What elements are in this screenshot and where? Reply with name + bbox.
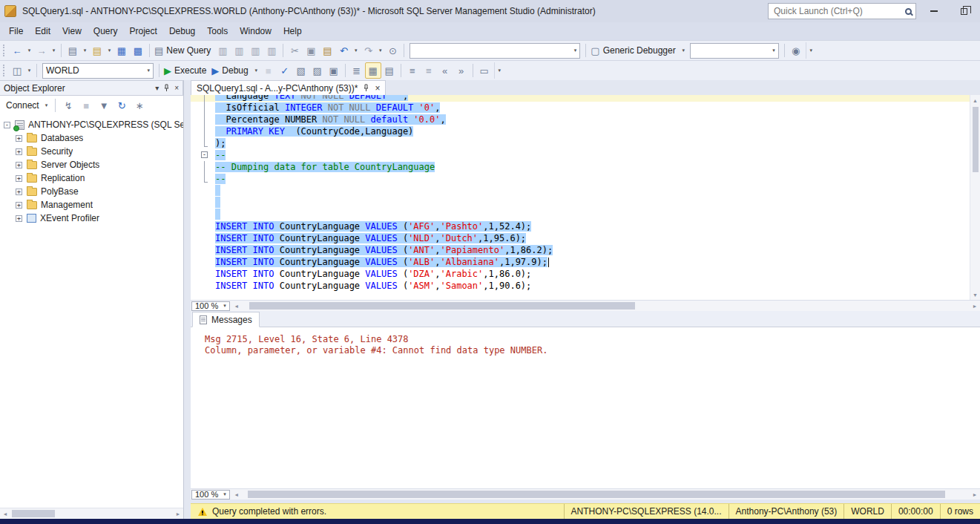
menu-tools[interactable]: Tools xyxy=(201,24,234,39)
code-line[interactable]: INSERT INTO CountryLanguage VALUES ('ANT… xyxy=(191,244,970,256)
sql-editor-toolbar-overflow-icon[interactable]: ▾ xyxy=(494,62,504,79)
code-line[interactable]: -- Dumping data for table CountryLanguag… xyxy=(191,161,970,173)
scrollbar-thumb[interactable] xyxy=(12,510,55,517)
increase-indent-icon[interactable]: » xyxy=(453,62,470,79)
menu-project[interactable]: Project xyxy=(124,24,163,39)
menu-debug[interactable]: Debug xyxy=(163,24,201,39)
view-options-icon[interactable]: ∗ xyxy=(131,97,148,114)
sqlcmd-mode-icon[interactable]: ▭ xyxy=(476,62,493,79)
cancel-query-icon[interactable]: ■ xyxy=(260,62,277,79)
new-file-caret-icon[interactable]: ▾ xyxy=(81,42,89,59)
tree-expand-box[interactable]: + xyxy=(16,175,22,182)
nav-forward-icon[interactable]: → xyxy=(33,42,50,59)
new-xmla-query-icon[interactable]: ▥ xyxy=(263,42,280,59)
tree-expand-box[interactable]: + xyxy=(16,189,22,195)
code-line[interactable]: -- xyxy=(191,173,970,185)
open-file-icon[interactable]: ▤ xyxy=(89,42,105,59)
code-line[interactable]: INSERT INTO CountryLanguage VALUES ('ALB… xyxy=(191,256,970,268)
close-icon[interactable]: × xyxy=(375,84,380,93)
nav-back-caret-icon[interactable]: ▾ xyxy=(25,42,33,59)
tree-expand-box[interactable]: + xyxy=(16,202,22,209)
parse-icon[interactable]: ✓ xyxy=(277,62,293,79)
find-icon[interactable]: ⊙ xyxy=(384,42,401,59)
code-line[interactable]: INSERT INTO CountryLanguage VALUES ('NLD… xyxy=(191,232,970,244)
editor-zoom-control[interactable]: 100 % ▾ xyxy=(191,301,230,311)
tree-node-xevent-profiler[interactable]: +XEvent Profiler xyxy=(0,212,183,225)
new-mdx-query-icon[interactable]: ▥ xyxy=(231,42,247,59)
tree-node-databases[interactable]: +Databases xyxy=(0,131,183,145)
find-combo[interactable]: ▾ xyxy=(410,43,580,59)
code-line[interactable]: INSERT INTO CountryLanguage VALUES ('AFG… xyxy=(191,220,970,232)
tree-node-polybase[interactable]: +PolyBase xyxy=(0,185,183,198)
menu-window[interactable]: Window xyxy=(234,24,277,39)
scroll-left-icon[interactable]: ◄ xyxy=(0,508,10,519)
new-query-button[interactable]: ▤New Query xyxy=(153,42,214,59)
tab-messages[interactable]: Messages xyxy=(192,312,260,327)
connect-button[interactable]: Connect ▾ xyxy=(3,99,50,112)
window-position-caret-icon[interactable]: ▾ xyxy=(155,84,159,92)
user-options-icon[interactable]: ◉ xyxy=(788,42,804,59)
code-line[interactable]: ); xyxy=(191,137,970,149)
menu-edit[interactable]: Edit xyxy=(29,24,56,39)
code-line[interactable]: PRIMARY KEY (CountryCode,Language) xyxy=(191,125,970,137)
minimize-button[interactable] xyxy=(922,2,946,20)
uncomment-icon[interactable]: ≡ xyxy=(421,62,437,79)
new-file-icon[interactable]: ▤ xyxy=(65,42,81,59)
code-line[interactable] xyxy=(191,209,970,220)
tree-expand-box[interactable]: + xyxy=(16,135,22,142)
new-database-engine-query-icon[interactable]: ▥ xyxy=(214,42,231,59)
undo-caret-icon[interactable]: ▾ xyxy=(352,42,360,59)
redo-caret-icon[interactable]: ▾ xyxy=(376,42,384,59)
messages-hscrollbar[interactable]: 100 % ▾ ◄ ► xyxy=(191,488,980,500)
copy-icon[interactable]: ▣ xyxy=(303,42,319,59)
quick-launch-input[interactable] xyxy=(772,5,902,17)
code-line[interactable]: Language TEXT NOT NULL DEFAULT '', xyxy=(191,95,970,102)
toolbar-grip[interactable] xyxy=(3,45,6,56)
filter-icon[interactable]: ▼ xyxy=(96,97,112,114)
tree-collapse-box[interactable]: - xyxy=(4,122,10,128)
messages-zoom-control[interactable]: 100 % ▾ xyxy=(191,490,230,500)
document-tab[interactable]: SQLQuery1.sql - A...y-PC\Anthony (53))* … xyxy=(191,80,386,95)
decrease-indent-icon[interactable]: « xyxy=(437,62,453,79)
close-icon[interactable]: × xyxy=(174,84,179,92)
execute-button[interactable]: ▶Execute xyxy=(162,62,210,79)
open-file-caret-icon[interactable]: ▾ xyxy=(105,42,114,59)
menu-file[interactable]: File xyxy=(3,24,29,39)
display-estimated-plan-icon[interactable]: ▧ xyxy=(293,62,309,79)
connection-icon[interactable]: ◫ xyxy=(9,62,25,79)
tree-expand-box[interactable]: + xyxy=(16,148,22,155)
save-icon[interactable]: ▦ xyxy=(114,42,130,59)
scroll-left-icon[interactable]: ◄ xyxy=(231,301,242,311)
scroll-right-icon[interactable]: ► xyxy=(970,489,980,500)
code-line[interactable]: INSERT INTO CountryLanguage VALUES ('ASM… xyxy=(191,280,970,292)
scroll-right-icon[interactable]: ► xyxy=(173,508,183,519)
generic-debugger-button[interactable]: ▢Generic Debugger xyxy=(589,42,679,59)
menu-view[interactable]: View xyxy=(56,24,88,39)
results-to-file-icon[interactable]: ▤ xyxy=(381,62,398,79)
scrollbar-thumb[interactable] xyxy=(248,491,945,498)
undo-icon[interactable]: ↶ xyxy=(335,42,352,59)
scrollbar-thumb[interactable] xyxy=(249,302,635,310)
tree-node-management[interactable]: +Management xyxy=(0,198,183,212)
scroll-left-icon[interactable]: ◄ xyxy=(231,489,242,500)
code-line[interactable]: Percentage NUMBER NOT NULL default '0.0'… xyxy=(191,114,970,125)
editor-vscrollbar[interactable]: ▲ ▼ xyxy=(970,95,980,300)
nav-back-icon[interactable]: ← xyxy=(9,42,25,59)
tree-node-server-objects[interactable]: +Server Objects xyxy=(0,158,183,171)
debug-target-combo[interactable]: ▾ xyxy=(690,43,779,59)
debug-button[interactable]: ▶Debug xyxy=(210,62,251,79)
standard-toolbar-overflow-icon[interactable]: ▾ xyxy=(806,42,816,59)
database-combo[interactable]: WORLD▾ xyxy=(42,63,154,79)
messages-pane[interactable]: Msg 2715, Level 16, State 6, Line 4378Co… xyxy=(191,327,980,488)
scroll-right-icon[interactable]: ► xyxy=(970,301,980,311)
toolbar-grip[interactable] xyxy=(3,65,6,76)
pin-icon[interactable] xyxy=(363,84,369,92)
new-dmx-query-icon[interactable]: ▥ xyxy=(247,42,263,59)
results-to-text-icon[interactable]: ≣ xyxy=(349,62,365,79)
comment-icon[interactable]: ≡ xyxy=(404,62,421,79)
disconnect-icon[interactable]: ↯ xyxy=(60,97,76,114)
pin-icon[interactable] xyxy=(163,84,170,92)
scroll-up-icon[interactable]: ▲ xyxy=(970,95,980,105)
scroll-down-icon[interactable]: ▼ xyxy=(970,289,980,300)
stop-process-icon[interactable]: ■ xyxy=(78,97,94,114)
